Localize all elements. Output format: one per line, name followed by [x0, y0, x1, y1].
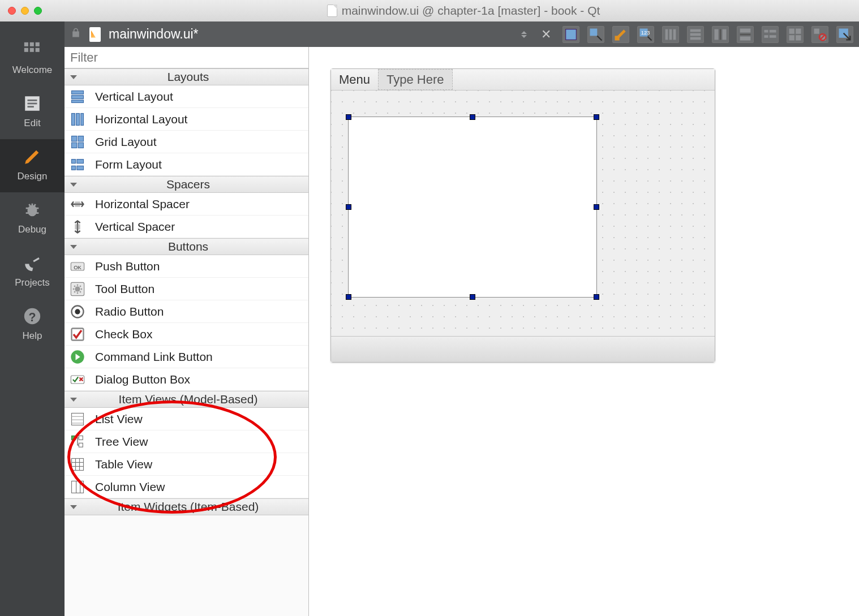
- close-document-button[interactable]: ✕: [541, 27, 551, 42]
- widget-item-label: Grid Layout: [95, 135, 157, 149]
- svg-rect-51: [78, 143, 83, 148]
- svg-rect-55: [77, 166, 84, 170]
- svg-rect-29: [740, 33, 751, 35]
- svg-rect-44: [72, 100, 84, 102]
- layout-form-button[interactable]: [762, 26, 779, 43]
- window-close-button[interactable]: [8, 7, 16, 15]
- resize-handle-middle-left[interactable]: [346, 204, 351, 210]
- layout-vertically-button[interactable]: [687, 26, 704, 43]
- widget-item[interactable]: Dialog Button Box: [65, 368, 308, 391]
- svg-rect-25: [723, 29, 727, 40]
- widget-item[interactable]: Vertical Layout: [65, 85, 308, 108]
- widget-item[interactable]: Form Layout: [65, 153, 308, 176]
- widget-category-header[interactable]: Buttons: [65, 238, 308, 255]
- formlayout-icon: [69, 156, 86, 173]
- mode-label: Edit: [0, 118, 65, 129]
- edit-buddies-button[interactable]: [612, 26, 629, 43]
- svg-point-63: [75, 309, 80, 314]
- window-titlebar: mainwindow.ui @ chapter-1a [master] - bo…: [0, 0, 859, 21]
- widget-item[interactable]: Tree View: [65, 430, 308, 453]
- mode-selector-rail: WelcomeEditDesignDebugProjects?Help: [0, 21, 65, 616]
- svg-rect-5: [36, 48, 40, 52]
- widget-item[interactable]: Command Link Button: [65, 346, 308, 368]
- mode-help[interactable]: ?Help: [0, 299, 65, 352]
- mode-projects[interactable]: Projects: [0, 245, 65, 299]
- svg-rect-32: [764, 35, 768, 38]
- widget-category-header[interactable]: Spacers: [65, 176, 308, 193]
- vlayout-icon: [69, 88, 86, 105]
- widget-item[interactable]: Tool Button: [65, 278, 308, 300]
- widget-item[interactable]: OKPush Button: [65, 255, 308, 278]
- widget-box-list[interactable]: LayoutsVertical LayoutHorizontal LayoutG…: [65, 68, 308, 616]
- document-switcher[interactable]: [518, 26, 530, 43]
- widget-item-label: Table View: [95, 458, 152, 471]
- widget-filter-input[interactable]: [65, 47, 308, 68]
- lock-icon: [70, 27, 81, 41]
- svg-rect-79: [72, 481, 84, 493]
- resize-handle-top-left[interactable]: [346, 114, 351, 120]
- form-menubar[interactable]: Menu Type Here: [331, 69, 715, 91]
- break-layout-button[interactable]: [811, 26, 828, 43]
- svg-rect-54: [72, 166, 76, 170]
- mode-debug[interactable]: Debug: [0, 192, 65, 245]
- menu-type-here-placeholder[interactable]: Type Here: [378, 69, 453, 90]
- svg-text:123: 123: [641, 30, 650, 36]
- resize-handle-bottom-left[interactable]: [346, 294, 351, 300]
- svg-rect-48: [72, 136, 77, 141]
- resize-handle-middle-right[interactable]: [594, 204, 599, 210]
- ui-file-icon: [89, 27, 101, 42]
- layout-grid-button[interactable]: [787, 26, 804, 43]
- svg-rect-74: [72, 458, 84, 470]
- main-window-form[interactable]: Menu Type Here: [330, 68, 715, 363]
- widget-item[interactable]: Radio Button: [65, 300, 308, 323]
- mode-label: Welcome: [0, 64, 65, 76]
- menu-entry[interactable]: Menu: [331, 69, 378, 90]
- widget-item[interactable]: Horizontal Layout: [65, 108, 308, 131]
- resize-handle-bottom-right[interactable]: [594, 294, 599, 300]
- form-editor-canvas[interactable]: Menu Type Here: [309, 47, 859, 616]
- layout-horiz-splitter-button[interactable]: [712, 26, 729, 43]
- widget-category-header[interactable]: Item Views (Model-Based): [65, 391, 308, 408]
- widget-item-label: List View: [95, 412, 143, 426]
- edit-widgets-button[interactable]: [562, 26, 579, 43]
- svg-rect-52: [72, 159, 76, 163]
- svg-rect-7: [28, 100, 37, 101]
- svg-rect-42: [72, 91, 84, 94]
- widget-item[interactable]: Vertical Spacer: [65, 216, 308, 238]
- toolbutton-icon: [69, 281, 86, 298]
- mode-design[interactable]: Design: [0, 139, 65, 192]
- form-statusbar[interactable]: [331, 336, 715, 362]
- category-label: Item Widgets (Item-Based): [83, 500, 308, 514]
- mode-edit[interactable]: Edit: [0, 86, 65, 139]
- window-minimize-button[interactable]: [21, 7, 29, 15]
- widget-item[interactable]: Table View: [65, 453, 308, 476]
- svg-rect-45: [72, 113, 75, 125]
- widget-item[interactable]: List View: [65, 408, 308, 430]
- widget-item[interactable]: Horizontal Spacer: [65, 193, 308, 216]
- edit-signals-slots-button[interactable]: [587, 26, 604, 43]
- radiobutton-icon: [69, 303, 86, 320]
- selected-widget[interactable]: [348, 117, 597, 298]
- svg-rect-20: [673, 29, 676, 40]
- resize-handle-top-center[interactable]: [470, 114, 475, 120]
- widget-item[interactable]: Column View: [65, 476, 308, 498]
- window-maximize-button[interactable]: [34, 7, 42, 15]
- svg-rect-15: [615, 36, 620, 40]
- edit-tab-order-button[interactable]: 123: [637, 26, 654, 43]
- adjust-size-button[interactable]: [836, 26, 853, 43]
- layout-vert-splitter-button[interactable]: [737, 26, 754, 43]
- svg-rect-8: [28, 103, 37, 105]
- layout-horizontally-button[interactable]: [662, 26, 679, 43]
- widget-category-header[interactable]: Layouts: [65, 68, 308, 85]
- widget-item[interactable]: Check Box: [65, 323, 308, 346]
- svg-rect-72: [79, 436, 83, 440]
- resize-handle-top-right[interactable]: [594, 114, 599, 120]
- debug-icon: [0, 199, 65, 221]
- category-label: Layouts: [83, 70, 308, 84]
- svg-rect-23: [690, 37, 701, 40]
- resize-handle-bottom-center[interactable]: [470, 294, 475, 300]
- svg-rect-14: [590, 28, 598, 36]
- mode-welcome[interactable]: Welcome: [0, 33, 65, 86]
- widget-category-header[interactable]: Item Widgets (Item-Based): [65, 498, 308, 515]
- widget-item[interactable]: Grid Layout: [65, 131, 308, 153]
